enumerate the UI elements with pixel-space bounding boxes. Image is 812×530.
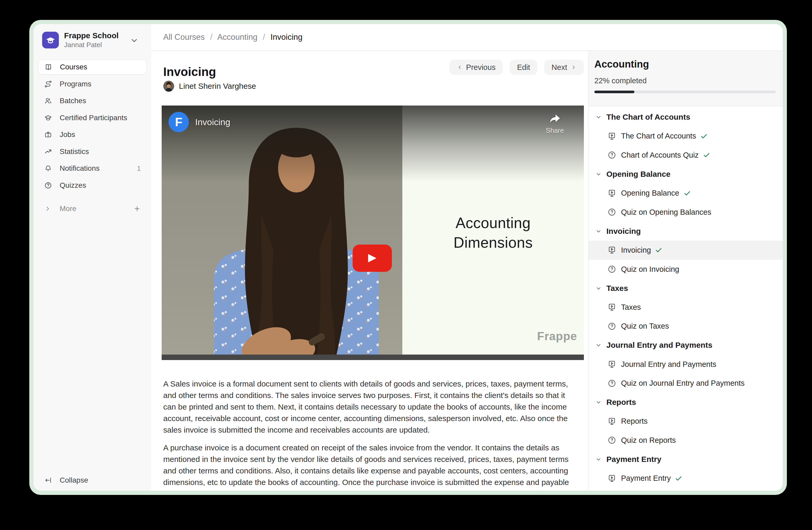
sidebar-item-label: Statistics <box>60 148 89 156</box>
sidebar-item-programs[interactable]: Programs <box>38 77 146 92</box>
sidebar-item-notifications[interactable]: Notifications1 <box>38 161 146 176</box>
collapse-label: Collapse <box>60 476 88 485</box>
sidebar-item-more[interactable]: More <box>38 201 146 216</box>
play-button[interactable] <box>353 245 392 272</box>
sidebar-nav: CoursesProgramsBatchesCertified Particip… <box>38 60 146 216</box>
chevron-down-icon[interactable] <box>130 36 139 45</box>
outline-progress-label: 22% completed <box>594 76 647 85</box>
outline-header: Accounting 22% completed <box>589 51 783 106</box>
outline-section-invoicing[interactable]: Invoicing <box>589 222 783 241</box>
outline-item-quiz-on-opening-balances[interactable]: Quiz on Opening Balances <box>589 203 783 222</box>
author-name: Linet Sherin Varghese <box>179 82 256 90</box>
outline-section-title: Reports <box>606 398 636 407</box>
chevron-down-icon <box>595 228 602 234</box>
lesson-paragraph: A Sales invoice is a formal document sen… <box>163 378 573 436</box>
briefcase-icon <box>44 131 52 139</box>
outline-section-opening-balance[interactable]: Opening Balance <box>589 165 783 184</box>
next-button[interactable]: Next <box>544 60 584 75</box>
share-button[interactable]: Share <box>538 112 572 135</box>
video-lesson-icon <box>607 189 616 198</box>
edit-button[interactable]: Edit <box>510 60 537 75</box>
breadcrumb-current: Invoicing <box>271 32 302 42</box>
quiz-icon <box>607 436 616 445</box>
outline-item-quiz-on-journal-entry-and-payments[interactable]: Quiz on Journal Entry and Payments <box>589 374 783 393</box>
video-lesson-icon <box>607 474 616 483</box>
outline-item-chart-of-accounts-quiz[interactable]: Chart of Accounts Quiz <box>589 145 783 165</box>
outline-item-invoicing[interactable]: Invoicing <box>589 241 783 260</box>
trending-up-icon <box>44 148 52 155</box>
sidebar-item-label: Certified Participants <box>60 114 127 122</box>
breadcrumb-all-courses[interactable]: All Courses <box>163 32 205 42</box>
chevron-left-icon <box>457 65 463 70</box>
outline-item-label: Quiz on Opening Balances <box>621 208 711 217</box>
bell-icon <box>44 165 52 172</box>
sidebar-item-quizzes[interactable]: Quizzes <box>38 178 146 193</box>
author-avatar <box>163 81 174 92</box>
notification-count-badge: 1 <box>137 165 141 172</box>
chevron-down-icon <box>595 114 602 120</box>
outline-course-title: Accounting <box>594 59 649 70</box>
outline-item-the-chart-of-accounts[interactable]: The Chart of Accounts <box>589 127 783 146</box>
outline-item-quiz-on-reports[interactable]: Quiz on Reports <box>589 431 783 450</box>
video-player[interactable]: Accounting Dimensions F Invoicing Share <box>162 106 584 360</box>
sidebar-item-statistics[interactable]: Statistics <box>38 144 146 159</box>
outline-list: The Chart of AccountsThe Chart of Accoun… <box>589 106 783 488</box>
quiz-icon <box>607 322 616 331</box>
video-lesson-icon <box>607 246 616 254</box>
top-bar: All Courses / Accounting / Invoicing <box>151 24 783 51</box>
outline-item-label: The Chart of Accounts <box>621 132 696 140</box>
share-label: Share <box>538 126 572 135</box>
brand-title: Frappe School <box>64 31 118 40</box>
chevron-down-icon <box>595 171 602 177</box>
outline-item-taxes[interactable]: Taxes <box>589 298 783 317</box>
outline-section-taxes[interactable]: Taxes <box>589 279 783 298</box>
sidebar-item-batches[interactable]: Batches <box>38 94 146 108</box>
app-window-frame: Frappe School Jannat Patel CoursesProgra… <box>29 20 787 495</box>
breadcrumb-separator: / <box>263 32 265 42</box>
previous-button[interactable]: Previous <box>449 60 503 75</box>
outline-item-label: Reports <box>621 417 648 426</box>
brand-user-name: Jannat Patel <box>64 41 118 49</box>
play-icon <box>365 253 379 263</box>
course-outline-panel: Accounting 22% completed The Chart of Ac… <box>588 51 783 491</box>
lesson-actions: Previous Edit Next <box>449 60 584 75</box>
outline-section-reports[interactable]: Reports <box>589 393 783 412</box>
sidebar-collapse-button[interactable]: Collapse <box>38 473 94 488</box>
book-open-icon <box>44 63 52 71</box>
sidebar-item-jobs[interactable]: Jobs <box>38 127 146 142</box>
chevron-right-icon <box>44 205 51 212</box>
sidebar-item-label: Quizzes <box>60 181 86 190</box>
sidebar-item-courses[interactable]: Courses <box>38 60 146 74</box>
outline-item-journal-entry-and-payments[interactable]: Journal Entry and Payments <box>589 355 783 374</box>
outline-section-title: Opening Balance <box>606 170 670 179</box>
outline-item-label: Chart of Accounts Quiz <box>621 151 699 159</box>
outline-item-label: Quiz on Taxes <box>621 322 669 331</box>
slide-title-line1: Accounting <box>455 213 531 233</box>
outline-section-title: Taxes <box>606 284 628 293</box>
outline-item-reports[interactable]: Reports <box>589 412 783 431</box>
app-window: Frappe School Jannat Patel CoursesProgra… <box>33 24 783 491</box>
outline-section-payment-entry[interactable]: Payment Entry <box>589 450 783 469</box>
route-icon <box>44 80 52 88</box>
video-lesson-icon <box>607 132 616 141</box>
plus-icon[interactable] <box>133 205 141 212</box>
breadcrumb-separator: / <box>210 32 213 42</box>
collapse-icon <box>44 476 52 484</box>
share-arrow-icon <box>548 112 562 126</box>
outline-section-the-chart-of-accounts[interactable]: The Chart of Accounts <box>589 108 783 127</box>
outline-section-journal-entry-and-payments[interactable]: Journal Entry and Payments <box>589 336 783 355</box>
outline-item-quiz-on-invoicing[interactable]: Quiz on Invoicing <box>589 260 783 279</box>
left-sidebar: Frappe School Jannat Patel CoursesProgra… <box>33 24 151 491</box>
chevron-down-icon <box>595 342 602 348</box>
brand-switcher[interactable]: Frappe School Jannat Patel <box>42 31 146 49</box>
frappe-video-logo-icon[interactable]: F <box>169 112 189 132</box>
video-progress-bar[interactable] <box>162 354 584 360</box>
completed-check-icon <box>683 189 691 197</box>
breadcrumb-accounting[interactable]: Accounting <box>217 32 257 42</box>
outline-item-payment-entry[interactable]: Payment Entry <box>589 469 783 488</box>
sidebar-item-label: Batches <box>60 97 86 105</box>
outline-item-quiz-on-taxes[interactable]: Quiz on Taxes <box>589 317 783 336</box>
sidebar-item-certified-participants[interactable]: Certified Participants <box>38 111 146 125</box>
author-row: Linet Sherin Varghese <box>163 81 256 92</box>
outline-item-opening-balance[interactable]: Opening Balance <box>589 184 783 203</box>
